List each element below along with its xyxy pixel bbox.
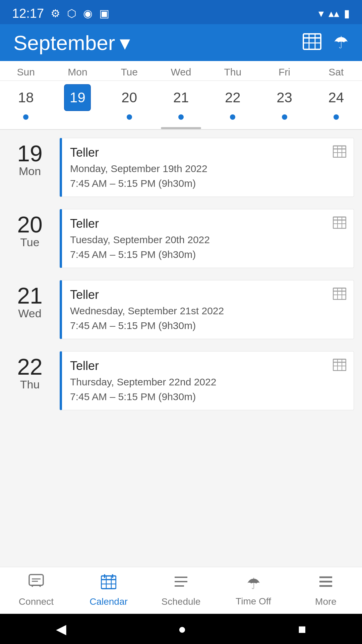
date-cell-22[interactable]: 22 — [207, 84, 258, 120]
date-dot-24 — [334, 114, 339, 120]
nav-schedule-label: Schedule — [162, 596, 201, 607]
date-num-20: 20 — [116, 84, 143, 111]
day-of-week-row: Sun Mon Tue Wed Thu Fri Sat — [0, 61, 362, 81]
schedule-row-20: 20 Tue Teller Tuesday, September 20th 20… — [0, 201, 362, 272]
dow-sun: Sun — [0, 66, 52, 78]
more-icon — [318, 574, 334, 593]
schedule-row-19: 19 Mon Teller Monday, September 19th 202… — [0, 130, 362, 201]
svg-rect-28 — [101, 576, 116, 589]
nav-more[interactable]: More — [290, 567, 362, 614]
month-title[interactable]: September ▾ — [13, 31, 130, 55]
day-name-20: Tue — [20, 236, 39, 249]
signal-icon: ▴▴ — [328, 7, 339, 20]
date-num-22: 22 — [219, 84, 246, 111]
date-row: 18 19 20 21 22 23 24 — [0, 81, 362, 130]
shield-icon: ⬡ — [67, 7, 76, 20]
month-chevron-icon: ▾ — [120, 31, 130, 55]
nav-calendar[interactable]: Calendar — [72, 567, 145, 614]
day-name-19: Mon — [19, 165, 41, 178]
nav-connect[interactable]: Connect — [0, 567, 72, 614]
dow-mon: Mon — [52, 66, 103, 78]
dow-tue: Tue — [104, 66, 155, 78]
svg-rect-15 — [333, 288, 346, 300]
schedule-row-21: 21 Wed Teller Wednesday, September 21st … — [0, 272, 362, 343]
shift-calendar-icon-21 — [333, 286, 346, 303]
day-number-19: 19 — [17, 142, 43, 165]
shift-time-20: 7:45 AM – 5:15 PM (9h30m) — [70, 249, 346, 260]
connect-icon — [28, 574, 44, 593]
header: September ▾ ☂ — [0, 24, 362, 61]
day-label-22: 22 Thu — [8, 351, 52, 391]
shift-calendar-icon-19 — [333, 144, 346, 161]
schedule-icon — [173, 574, 189, 593]
scroll-indicator — [161, 127, 201, 129]
shift-time-21: 7:45 AM – 5:15 PM (9h30m) — [70, 320, 346, 331]
timeoff-umbrella-icon: ☂ — [247, 575, 260, 593]
shift-card-20[interactable]: Teller Tuesday, September 20th 2022 7:45… — [60, 209, 354, 268]
date-num-18: 18 — [12, 84, 39, 111]
date-num-19: 19 — [64, 84, 91, 111]
shift-card-22[interactable]: Teller Thursday, September 22nd 2022 7:4… — [60, 351, 354, 410]
nav-schedule[interactable]: Schedule — [145, 567, 217, 614]
date-cell-24[interactable]: 24 — [310, 84, 362, 120]
nav-more-label: More — [315, 596, 337, 607]
circle-icon: ◉ — [83, 7, 93, 20]
shift-title-19: Teller — [70, 146, 346, 160]
date-dot-19 — [75, 114, 80, 120]
shift-date-20: Tuesday, September 20th 2022 — [70, 234, 346, 246]
date-num-23: 23 — [271, 84, 298, 111]
svg-rect-20 — [333, 359, 346, 371]
date-dot-21 — [178, 114, 184, 120]
shift-time-22: 7:45 AM – 5:15 PM (9h30m) — [70, 391, 346, 402]
status-bar: 12:17 ⚙ ⬡ ◉ ▣ ▾ ▴▴ ▮ — [0, 0, 362, 24]
recents-button[interactable]: ■ — [298, 622, 306, 637]
day-name-21: Wed — [18, 307, 41, 320]
day-number-20: 20 — [17, 213, 43, 236]
nav-timeoff-label: Time Off — [236, 596, 271, 607]
schedule-row-22: 22 Thu Teller Thursday, September 22nd 2… — [0, 343, 362, 414]
dow-thu: Thu — [207, 66, 258, 78]
dow-fri: Fri — [258, 66, 310, 78]
settings-icon: ⚙ — [51, 7, 60, 20]
header-actions: ☂ — [303, 31, 349, 54]
shift-date-22: Thursday, September 22nd 2022 — [70, 376, 346, 388]
umbrella-icon[interactable]: ☂ — [334, 33, 349, 52]
card-icon: ▣ — [99, 7, 109, 20]
date-num-21: 21 — [168, 84, 194, 111]
date-num-24: 24 — [323, 84, 350, 111]
wifi-icon: ▾ — [318, 7, 324, 20]
nav-calendar-label: Calendar — [89, 596, 128, 607]
battery-icon: ▮ — [344, 7, 350, 20]
bottom-nav: Connect Calendar Schedule ☂ — [0, 567, 362, 614]
shift-date-19: Monday, September 19th 2022 — [70, 163, 346, 174]
status-right-icons: ▾ ▴▴ ▮ — [318, 7, 350, 20]
svg-rect-5 — [333, 146, 346, 157]
dow-wed: Wed — [155, 66, 207, 78]
shift-calendar-icon-20 — [333, 215, 346, 232]
shift-time-19: 7:45 AM – 5:15 PM (9h30m) — [70, 178, 346, 189]
back-button[interactable]: ◀ — [56, 621, 66, 637]
svg-rect-0 — [303, 34, 321, 49]
status-time: 12:17 — [12, 6, 44, 21]
date-cell-18[interactable]: 18 — [0, 84, 52, 120]
home-button[interactable]: ● — [178, 622, 186, 637]
date-dot-23 — [282, 114, 287, 120]
calendar-grid-icon[interactable] — [303, 31, 321, 54]
shift-card-19[interactable]: Teller Monday, September 19th 2022 7:45 … — [60, 138, 354, 197]
day-number-21: 21 — [17, 284, 43, 307]
date-cell-23[interactable]: 23 — [258, 84, 310, 120]
date-cell-20[interactable]: 20 — [104, 84, 155, 120]
shift-date-21: Wednesday, September 21st 2022 — [70, 305, 346, 317]
shift-card-21[interactable]: Teller Wednesday, September 21st 2022 7:… — [60, 280, 354, 339]
day-name-22: Thu — [20, 378, 40, 391]
date-dot-18 — [23, 114, 28, 120]
date-cell-21[interactable]: 21 — [155, 84, 207, 120]
dow-sat: Sat — [310, 66, 362, 78]
schedule-list[interactable]: 19 Mon Teller Monday, September 19th 202… — [0, 130, 362, 567]
shift-title-22: Teller — [70, 359, 346, 373]
date-cell-19[interactable]: 19 — [52, 84, 103, 120]
calendar-nav-icon — [101, 574, 116, 593]
svg-rect-10 — [333, 217, 346, 228]
nav-connect-label: Connect — [19, 596, 54, 607]
nav-timeoff[interactable]: ☂ Time Off — [217, 567, 290, 614]
